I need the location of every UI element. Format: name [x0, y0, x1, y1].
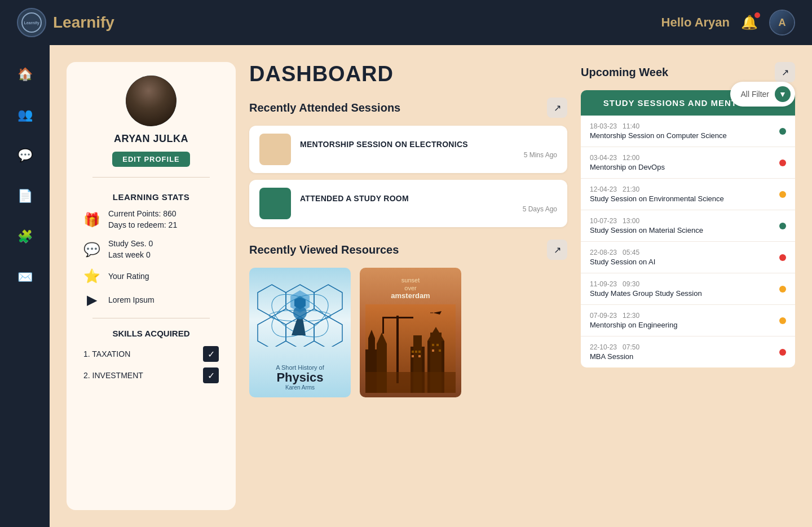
schedule-name-1: Mentorship Session on Computer Science	[590, 131, 779, 140]
schedule-datetime-7: 07-09-23 12:30	[590, 312, 779, 320]
content-area: ARYAN JULKA EDIT PROFILE LEARNING STATS …	[50, 45, 812, 527]
learning-stats-title: LEARNING STATS	[113, 192, 189, 202]
upcoming-panel: Upcoming Week ↗ STUDY SESSIONS AND MENTO…	[581, 62, 795, 510]
rating-text: Your Rating	[108, 271, 149, 282]
status-dot-4	[779, 223, 786, 229]
skill-label-investment: 2. INVESTMENT	[83, 371, 143, 380]
schedule-info-4: 10-07-23 13:00 Study Session on Material…	[590, 217, 779, 234]
recently-viewed-expand[interactable]: ↗	[547, 240, 567, 260]
skills-title: SKILLS ACQUIRED	[83, 329, 219, 338]
schedule-info-6: 11-09-23 09:30 Study Mates Group Study S…	[590, 280, 779, 298]
svg-rect-20	[382, 317, 384, 334]
svg-rect-24	[415, 351, 417, 353]
svg-marker-7	[258, 317, 286, 347]
svg-rect-35	[365, 372, 456, 393]
sidebar-item-mail[interactable]: ✉️	[12, 265, 37, 290]
svg-marker-3	[314, 285, 342, 317]
schedule-name-5: Study Session on AI	[590, 258, 779, 266]
top-navigation: Learnify Learnify Hello Aryan 🔔 A	[0, 0, 812, 45]
schedule-item-8[interactable]: 22-10-23 07:50 MBA Session	[581, 336, 795, 367]
status-dot-6	[779, 286, 786, 293]
upcoming-header: Upcoming Week ↗	[581, 62, 795, 82]
sidebar-item-users[interactable]: 👥	[12, 103, 37, 127]
status-dot-2	[779, 160, 786, 166]
schedule-item-4[interactable]: 10-07-23 13:00 Study Session on Material…	[581, 210, 795, 242]
notification-bell[interactable]: 🔔	[741, 15, 758, 30]
session-info-study: ATTENDED A STUDY ROOM 5 Days Ago	[300, 194, 557, 213]
upcoming-expand[interactable]: ↗	[775, 62, 795, 82]
sessions-text: Study Ses. 0 Last week 0	[108, 238, 153, 260]
greeting-text: Hello Aryan	[661, 15, 730, 30]
skill-item-taxation: 1. TAXATION ✓	[83, 346, 219, 362]
stat-rating: ⭐ Your Rating	[83, 268, 219, 284]
sessions-list: MENTORSHIP SESSION ON ELECTRONICS 5 Mins…	[249, 126, 567, 227]
schedule-item-2[interactable]: 03-04-23 12:00 Mentorship on DevOps	[581, 147, 795, 179]
svg-rect-31	[432, 344, 434, 346]
schedule-item-3[interactable]: 12-04-23 21:30 Study Session on Environm…	[581, 179, 795, 210]
schedule-name-8: MBA Session	[590, 352, 779, 361]
filter-dropdown[interactable]: All Filter ▼	[730, 82, 795, 107]
svg-marker-6	[314, 317, 342, 347]
recently-attended-expand[interactable]: ↗	[547, 98, 567, 118]
app-title: Learnify	[53, 14, 114, 32]
recently-attended-header: Recently Attended Sessions ↗	[249, 98, 567, 118]
divider-1	[92, 177, 210, 178]
stat-lorem: ▶ Lorem Ipsum	[83, 292, 219, 308]
filter-label: All Filter	[740, 90, 769, 99]
resources-list: A Short History of Physics Karen Arms su…	[249, 268, 567, 397]
physics-text: A Short History of Physics Karen Arms	[276, 364, 324, 391]
amsterdam-title: amsterdam	[391, 291, 430, 300]
physics-subtitle: A Short History of	[276, 364, 324, 371]
status-dot-8	[779, 349, 786, 356]
physics-svg	[255, 273, 345, 347]
edit-profile-button[interactable]: EDIT PROFILE	[112, 152, 190, 167]
session-name-study: ATTENDED A STUDY ROOM	[300, 194, 557, 203]
svg-rect-33	[432, 349, 434, 352]
session-thumb-study	[259, 188, 291, 219]
star-icon: ⭐	[83, 268, 100, 284]
schedule-datetime-4: 10-07-23 13:00	[590, 217, 779, 225]
sidebar-item-chat[interactable]: 💬	[12, 143, 37, 168]
skill-checkbox-investment[interactable]: ✓	[203, 367, 219, 383]
physics-author: Karen Arms	[276, 384, 324, 391]
resource-card-amsterdam[interactable]: sunset over amsterdam	[360, 268, 461, 397]
profile-card: ARYAN JULKA EDIT PROFILE LEARNING STATS …	[67, 62, 236, 510]
user-avatar[interactable]: A	[769, 10, 795, 36]
amsterdam-subtitle2: over	[391, 285, 430, 291]
skill-checkbox-taxation[interactable]: ✓	[203, 346, 219, 362]
sidebar-item-puzzle[interactable]: 🧩	[12, 224, 37, 249]
schedule-info-8: 22-10-23 07:50 MBA Session	[590, 343, 779, 361]
amsterdam-city-view	[365, 304, 456, 393]
schedule-item-7[interactable]: 07-09-23 12:30 Mentorship on Engineering	[581, 305, 795, 336]
play-icon: ▶	[83, 292, 100, 308]
schedule-name-6: Study Mates Group Study Session	[590, 289, 779, 298]
dashboard-title: DASHBOARD	[249, 62, 394, 86]
schedule-info-3: 12-04-23 21:30 Study Session on Environm…	[590, 185, 779, 203]
status-dot-5	[779, 254, 786, 261]
filter-arrow-icon: ▼	[775, 86, 791, 102]
divider-2	[92, 318, 210, 318]
resource-card-physics[interactable]: A Short History of Physics Karen Arms	[249, 268, 351, 397]
session-card-electronics[interactable]: MENTORSHIP SESSION ON ELECTRONICS 5 Mins…	[249, 126, 567, 173]
session-schedule[interactable]: 18-03-23 11:40 Mentorship Session on Com…	[581, 116, 795, 367]
status-dot-3	[779, 191, 786, 198]
physics-visual	[249, 273, 351, 347]
svg-rect-25	[418, 351, 421, 353]
schedule-datetime-2: 03-04-23 12:00	[590, 154, 779, 162]
skills-section: SKILLS ACQUIRED 1. TAXATION ✓ 2. INVESTM…	[78, 329, 224, 389]
svg-rect-23	[412, 351, 414, 353]
schedule-info-7: 07-09-23 12:30 Mentorship on Engineering	[590, 312, 779, 329]
schedule-info-2: 03-04-23 12:00 Mentorship on DevOps	[590, 154, 779, 171]
schedule-item-5[interactable]: 22-08-23 05:45 Study Session on AI	[581, 242, 795, 273]
dashboard-main: DASHBOARD Recently Attended Sessions ↗ M…	[236, 62, 581, 510]
physics-title: Physics	[276, 371, 324, 384]
session-card-study[interactable]: ATTENDED A STUDY ROOM 5 Days Ago	[249, 180, 567, 227]
schedule-item-6[interactable]: 11-09-23 09:30 Study Mates Group Study S…	[581, 273, 795, 305]
svg-marker-4	[258, 285, 286, 317]
schedule-item-1[interactable]: 18-03-23 11:40 Mentorship Session on Com…	[581, 116, 795, 147]
sidebar-item-home[interactable]: 🏠	[12, 62, 37, 87]
notification-badge	[754, 12, 760, 18]
lorem-text: Lorem Ipsum	[108, 295, 155, 306]
skill-item-investment: 2. INVESTMENT ✓	[83, 367, 219, 383]
sidebar-item-docs[interactable]: 📄	[12, 184, 37, 209]
